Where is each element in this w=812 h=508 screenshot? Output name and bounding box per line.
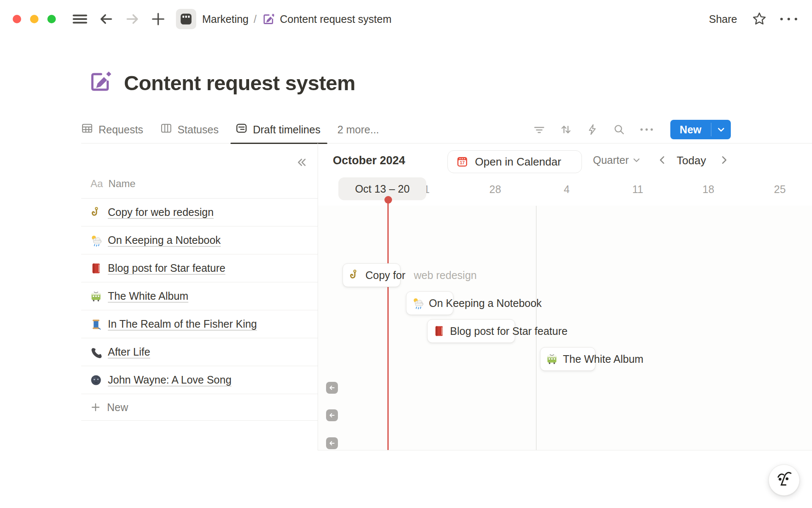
left-arrow-icon [328, 384, 336, 392]
page-memo-icon [262, 13, 275, 26]
page-title[interactable]: Content request system [124, 71, 355, 95]
timeline-range-pill: Oct 13 – 20 [338, 177, 426, 200]
timeline-view: October 2024 17 Open in Calendar Quarter… [318, 143, 812, 450]
forward-icon[interactable] [124, 11, 140, 27]
timeline-tick-label: 28 [489, 183, 501, 196]
page-header: Content request system [88, 70, 355, 96]
breadcrumb-page[interactable]: Content request system [280, 13, 392, 25]
bar-title: On Keeping a Notebook [429, 297, 542, 309]
share-button[interactable]: Share [709, 13, 737, 25]
table-row[interactable]: On Keeping a Notebook [81, 226, 318, 254]
table-row[interactable]: John Wayne: A Love Song [81, 366, 318, 394]
table-row[interactable]: The White Album [81, 282, 318, 310]
new-row-label: New [107, 401, 128, 414]
notion-window: Marketing / Content request system Share… [0, 0, 812, 508]
timeline-prev-icon[interactable] [657, 155, 667, 167]
tab-requests[interactable]: Requests [81, 116, 143, 143]
tab-draft-timelines[interactable]: Draft timelines [236, 116, 321, 143]
timeline-bar[interactable]: On Keeping a Notebook [406, 291, 453, 315]
sort-icon[interactable] [560, 123, 572, 136]
table-view-icon [81, 122, 93, 137]
chevron-down-icon [633, 158, 640, 163]
new-button-label[interactable]: New [670, 120, 710, 139]
hook-icon [348, 269, 361, 282]
close-window-button[interactable] [13, 15, 21, 23]
bar-title-overflow: web redesign [414, 269, 477, 282]
table-row[interactable]: In The Realm of the Fisher King [81, 310, 318, 338]
row-title[interactable]: John Wayne: A Love Song [108, 374, 231, 386]
name-column-header[interactable]: Aa Name [81, 169, 318, 199]
breadcrumb-workspace[interactable]: Marketing [202, 13, 249, 25]
left-arrow-icon [328, 411, 336, 420]
teamspace-icon[interactable] [176, 9, 196, 29]
table-row[interactable]: Blog post for Star feature [81, 254, 318, 282]
tab-more[interactable]: 2 more... [337, 116, 379, 143]
tab-statuses[interactable]: Statuses [160, 116, 219, 143]
red-book-icon [433, 325, 445, 337]
today-line [387, 201, 389, 450]
timeline-tick-label: 18 [702, 183, 714, 196]
thread-icon [90, 318, 102, 331]
search-icon[interactable] [613, 123, 625, 136]
minimize-window-button[interactable] [30, 15, 38, 23]
timeline-today-button[interactable]: Today [677, 154, 706, 167]
timeline-next-icon[interactable] [719, 155, 729, 167]
hook-icon [90, 206, 102, 219]
column-type-icon: Aa [91, 178, 103, 190]
new-tab-icon[interactable] [151, 11, 166, 27]
row-title[interactable]: On Keeping a Notebook [108, 234, 221, 246]
zoom-window-button[interactable] [47, 15, 56, 23]
row-title[interactable]: Blog post for Star feature [108, 262, 225, 274]
calendar-17-icon: 17 [456, 155, 469, 168]
page-title-memo-icon[interactable] [88, 70, 112, 96]
timeline-tick-label: 4 [564, 183, 570, 196]
collapse-table-icon[interactable] [296, 157, 307, 170]
table-row[interactable]: Copy for web redesign [81, 199, 318, 226]
timeline-bar[interactable]: The White Album [540, 347, 595, 371]
sun-rain-cloud-icon [90, 234, 102, 247]
timeline-grid: Copy forweb redesignOn Keeping a Noteboo… [318, 206, 812, 450]
phone-icon [90, 346, 102, 359]
sidebar-menu-icon[interactable] [72, 11, 88, 27]
view-toolbar: New [533, 116, 731, 143]
back-icon[interactable] [98, 11, 114, 27]
today-dot [384, 196, 392, 204]
timeline-date-row: Oct 13 – 20 21284111825 [318, 177, 812, 206]
plus-icon [91, 402, 101, 412]
scroll-to-item-arrow[interactable] [326, 437, 338, 449]
scroll-to-item-arrow[interactable] [326, 409, 338, 421]
breadcrumb-separator: / [254, 13, 257, 25]
window-titlebar: Marketing / Content request system Share [0, 0, 812, 38]
row-title[interactable]: Copy for web redesign [108, 206, 214, 218]
timeline-zoom-select[interactable]: Quarter [593, 154, 640, 166]
left-arrow-icon [328, 439, 336, 447]
timeline-tick-label: 25 [774, 183, 786, 196]
new-button[interactable]: New [670, 120, 731, 139]
red-book-icon [90, 262, 102, 275]
tram-icon [90, 290, 102, 303]
table-row[interactable]: After Life [81, 338, 318, 366]
open-in-calendar-button[interactable]: 17 Open in Calendar [447, 150, 582, 173]
favorite-star-icon[interactable] [752, 11, 767, 27]
table-rows: Copy for web redesignOn Keeping a Notebo… [81, 199, 318, 421]
timeline-tick-label: 11 [632, 183, 643, 196]
moon-face-icon [90, 374, 102, 387]
timeline-view-icon [236, 122, 247, 137]
row-title[interactable]: After Life [108, 346, 150, 358]
board-view-icon [160, 122, 172, 137]
timeline-bar[interactable]: Copy forweb redesign [343, 263, 401, 287]
view-options-icon[interactable] [639, 127, 654, 132]
automation-flash-icon[interactable] [586, 123, 599, 136]
row-title[interactable]: In The Realm of the Fisher King [108, 318, 257, 330]
more-options-icon[interactable] [779, 16, 798, 22]
bar-title: The White Album [563, 353, 643, 365]
notion-ai-button[interactable] [768, 464, 800, 496]
new-button-chevron[interactable] [711, 120, 731, 139]
bar-title: Blog post for Star feature [450, 325, 568, 337]
filter-icon[interactable] [533, 123, 546, 136]
row-title[interactable]: The White Album [108, 290, 188, 302]
timeline-month-label: October 2024 [333, 154, 405, 167]
scroll-to-item-arrow[interactable] [326, 382, 338, 394]
table-new-row[interactable]: New [81, 394, 318, 421]
timeline-bar[interactable]: Blog post for Star feature [427, 319, 515, 343]
